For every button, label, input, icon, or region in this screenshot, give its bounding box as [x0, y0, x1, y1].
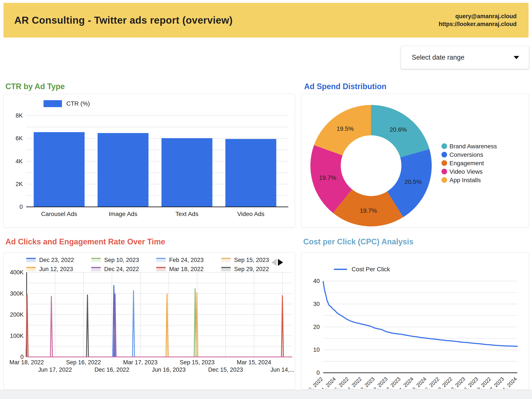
date-range-select[interactable]: Select date range [401, 46, 529, 69]
svg-text:Image Ads: Image Ads [109, 210, 137, 217]
ctr-legend[interactable]: CTR (%) [44, 100, 90, 107]
cpc-line-chart-card[interactable]: 010203040Dec 5, 2022May 1, 2024Apr 25, 2… [301, 252, 529, 390]
legend-dot-conversions [442, 152, 447, 157]
legend-swatch [221, 267, 231, 271]
legend-label: Dec 23, 2022 [39, 257, 74, 263]
svg-text:Mar 18, 2022: Mar 18, 2022 [9, 359, 44, 366]
svg-text:Video Ads: Video Ads [237, 210, 265, 217]
svg-text:0: 0 [317, 370, 320, 376]
owner-email: query@amanraj.cloud [439, 12, 517, 20]
svg-text:6K: 6K [16, 135, 23, 142]
svg-text:4K: 4K [16, 158, 23, 165]
legend-item-dec-23-2022[interactable]: Dec 23, 2022 [26, 257, 91, 263]
svg-text:10: 10 [313, 347, 320, 353]
legend-pagination [272, 259, 283, 266]
legend-swatch [221, 258, 231, 262]
legend-item-sep-29-2022[interactable]: Sep 29, 2022 [221, 266, 286, 273]
bar-text-ads[interactable] [162, 138, 213, 207]
legend-swatch [156, 258, 166, 262]
cpc-line[interactable] [323, 281, 517, 346]
legend-swatch [91, 258, 101, 262]
legend-label: Feb 24, 2023 [169, 257, 204, 263]
svg-text:400K: 400K [10, 269, 24, 276]
svg-text:Dec 5, 2022: Dec 5, 2022 [301, 376, 324, 389]
legend-label: Sep 29, 2022 [234, 266, 269, 273]
svg-text:Mar 15, 2024: Mar 15, 2024 [237, 359, 271, 366]
chevron-left-icon[interactable] [272, 259, 277, 266]
svg-text:Sep 16, 2022: Sep 16, 2022 [66, 359, 101, 366]
legend-item-mar-18-2022[interactable]: Mar 18, 2022 [156, 266, 221, 273]
ctr-bar-chart-canvas[interactable]: 02K4K6K8KCarousel AdsImage AdsText AdsVi… [4, 94, 294, 227]
svg-text:Jun 14,...: Jun 14,... [270, 366, 294, 373]
legend-item-feb-24-2023[interactable]: Feb 24, 2023 [156, 257, 221, 263]
ad-clicks-line-chart-card[interactable]: 0100K200K300K400KMar 18, 2022Jun 17, 202… [3, 252, 295, 390]
legend-dot-engagement [442, 160, 447, 166]
svg-text:Text Ads: Text Ads [176, 210, 198, 217]
spike-unlabeled[interactable] [51, 296, 52, 357]
svg-text:2K: 2K [16, 181, 23, 187]
legend-label: Jun 12, 2023 [39, 266, 73, 273]
svg-text:Video Views: Video Views [450, 168, 483, 175]
svg-text:19.5%: 19.5% [337, 125, 354, 132]
svg-text:100K: 100K [10, 333, 24, 339]
spike-feb-24-2023[interactable] [133, 291, 134, 357]
legend-label: Dec 24, 2022 [104, 266, 139, 273]
bar-video-ads[interactable] [226, 139, 276, 207]
legend-swatch [156, 267, 166, 271]
legend-swatch [26, 267, 36, 271]
report-owner-info: query@amanraj.cloud https://looker.amanr… [439, 12, 517, 28]
caret-down-icon [513, 56, 519, 59]
ad-spend-donut-chart-card[interactable]: 20.6%20.5%19.7%19.7%19.5%Brand Awareness… [301, 94, 529, 228]
svg-text:30: 30 [313, 301, 320, 307]
chevron-right-icon[interactable] [278, 259, 283, 266]
legend-label: Sep 10, 2023 [104, 257, 139, 263]
legend-label: Cost Per Click [352, 266, 390, 273]
ad-clicks-legend: Dec 23, 2022Sep 10, 2023Feb 24, 2023Sep … [26, 255, 286, 274]
svg-text:8K: 8K [16, 112, 23, 119]
svg-text:Sep 15, 2023: Sep 15, 2023 [180, 359, 215, 366]
ad-spend-donut-canvas[interactable]: 20.6%20.5%19.7%19.7%19.5%Brand Awareness… [301, 94, 528, 227]
svg-text:Jun 17, 2022: Jun 17, 2022 [38, 366, 72, 373]
svg-text:Brand Awareness: Brand Awareness [450, 143, 497, 150]
svg-text:Carousel Ads: Carousel Ads [41, 210, 77, 217]
bar-image-ads[interactable] [98, 133, 149, 207]
svg-text:0: 0 [19, 204, 23, 210]
svg-text:19.7%: 19.7% [360, 207, 377, 214]
chart-title-ad-clicks: Ad Clicks and Engagement Rate Over Time [6, 237, 165, 246]
cpc-line-canvas[interactable]: 010203040Dec 5, 2022May 1, 2024Apr 25, 2… [301, 252, 528, 389]
spike-jun-12-2023[interactable] [166, 294, 168, 357]
chart-title-cpc: Cost per Click (CPC) Analysis [303, 237, 413, 246]
legend-label: Sep 15, 2023 [234, 257, 269, 263]
spike-sep-29-2022[interactable] [86, 295, 88, 357]
legend-dot-brand-awareness [442, 143, 447, 149]
legend-swatch [44, 100, 62, 107]
legend-item-jun-12-2023[interactable]: Jun 12, 2023 [26, 266, 91, 273]
legend-dot-video-views [442, 169, 447, 174]
legend-item-dec-24-2022[interactable]: Dec 24, 2022 [91, 266, 156, 273]
report-header: AR Consulting - Twitter ads report (over… [3, 3, 529, 38]
bar-carousel-ads[interactable] [34, 132, 85, 207]
svg-text:Jun 16, 2023: Jun 16, 2023 [152, 366, 186, 373]
svg-text:19.7%: 19.7% [319, 174, 336, 181]
svg-text:Mar 17, 2023: Mar 17, 2023 [123, 359, 158, 366]
svg-text:App Installs: App Installs [450, 177, 481, 183]
svg-text:20.5%: 20.5% [405, 178, 422, 185]
svg-text:300K: 300K [10, 290, 24, 297]
cpc-legend[interactable]: Cost Per Click [334, 266, 390, 273]
svg-text:Dec 15, 2023: Dec 15, 2023 [208, 366, 243, 373]
page-footer-strip [0, 390, 532, 399]
legend-label: Mar 18, 2022 [169, 266, 204, 273]
svg-text:20: 20 [313, 324, 320, 330]
legend-label: CTR (%) [66, 100, 90, 107]
legend-swatch [26, 258, 36, 262]
spike-sep-15-2023[interactable] [196, 293, 198, 357]
svg-text:20.6%: 20.6% [390, 126, 407, 133]
chart-title-ad-spend: Ad Spend Distribution [304, 82, 386, 91]
chart-title-ctr: CTR by Ad Type [6, 82, 65, 91]
ctr-bar-chart-card[interactable]: 02K4K6K8KCarousel AdsImage AdsText AdsVi… [3, 94, 295, 228]
legend-item-sep-10-2023[interactable]: Sep 10, 2023 [91, 257, 156, 263]
svg-text:Engagement: Engagement [450, 160, 484, 167]
svg-text:Conversions: Conversions [450, 151, 483, 158]
svg-text:200K: 200K [10, 311, 24, 318]
legend-swatch [334, 269, 347, 270]
